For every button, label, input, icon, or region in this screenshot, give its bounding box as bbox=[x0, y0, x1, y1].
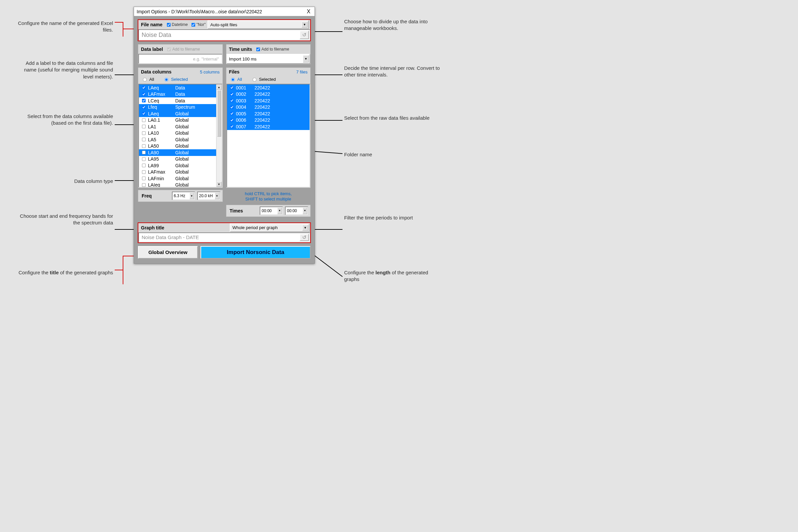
column-item[interactable]: LAFminGlobal bbox=[139, 175, 222, 182]
file-item[interactable]: 0007220422 bbox=[227, 124, 310, 130]
chk-datalabel-add[interactable]: Add to filename bbox=[166, 46, 200, 53]
columns-listbox[interactable]: ▲ ▼ LAeqDataLAFmaxDataLCeqDataLfeqSpectr… bbox=[138, 84, 223, 188]
file-item[interactable]: 0003220422 bbox=[227, 97, 310, 104]
filename-input[interactable]: Noise Data ↺ bbox=[138, 29, 310, 41]
column-item[interactable]: LAeqData bbox=[139, 84, 222, 91]
datalabel-label: Data label bbox=[138, 44, 166, 54]
columns-radio-selected[interactable]: Selected bbox=[163, 76, 188, 82]
chevron-down-icon: ▼ bbox=[303, 55, 309, 62]
file-item[interactable]: 0001220422 bbox=[227, 84, 310, 91]
files-panel: Files 7 files All Selected 0001220422000… bbox=[226, 68, 311, 188]
chevron-down-icon: ▼ bbox=[277, 208, 282, 214]
chevron-down-icon: ▼ bbox=[303, 208, 307, 214]
history-icon[interactable]: ↺ bbox=[300, 31, 309, 39]
files-listbox[interactable]: 0001220422000222042200032204220004220422… bbox=[226, 84, 310, 188]
column-item[interactable]: LA5Global bbox=[139, 136, 222, 143]
column-item[interactable]: LA50Global bbox=[139, 143, 222, 150]
file-item[interactable]: 0006220422 bbox=[227, 117, 310, 124]
annotation-columns: Select from the data columns available (… bbox=[13, 113, 113, 127]
graph-title-input[interactable]: Noise Data Graph - DATE ↺ bbox=[138, 232, 310, 242]
column-item[interactable]: LfeqSpectrum bbox=[139, 104, 222, 111]
files-radio-all[interactable]: All bbox=[229, 76, 242, 82]
times-hi[interactable]: 00:00▼ bbox=[285, 207, 308, 215]
column-item[interactable]: LCeqData bbox=[139, 97, 222, 104]
columns-label: Data columns bbox=[141, 69, 172, 75]
filename-label: File name bbox=[138, 20, 165, 29]
timeunits-combo[interactable]: Import 100 ms▼ bbox=[226, 54, 310, 64]
annotation-graph-title: Configure the title of the generated gra… bbox=[13, 269, 113, 276]
column-item[interactable]: LA0.1Global bbox=[139, 117, 222, 124]
column-item[interactable]: LA10Global bbox=[139, 130, 222, 137]
freq-lo[interactable]: 6.3 Hz▼ bbox=[172, 191, 195, 200]
split-combo[interactable]: Auto-split files▼ bbox=[208, 20, 309, 29]
import-options-dialog: Import Options - D:\Work\Tools\Macro...o… bbox=[134, 7, 315, 264]
graph-panel: Graph title Whole period per graph▼ Nois… bbox=[138, 223, 310, 243]
columns-count: 5 columns bbox=[200, 70, 220, 75]
graph-label: Graph title bbox=[138, 223, 167, 232]
files-radio-selected[interactable]: Selected bbox=[251, 76, 276, 82]
file-item[interactable]: 0002220422 bbox=[227, 91, 310, 98]
times-label: Times bbox=[228, 208, 244, 213]
datalabel-panel: Data label Add to filename e.g. "Interna… bbox=[138, 44, 223, 64]
columns-radio-all[interactable]: All bbox=[141, 76, 154, 82]
column-item[interactable]: LA99Global bbox=[139, 162, 222, 169]
column-item[interactable]: LA95Global bbox=[139, 156, 222, 163]
annotation-column-type: Data column type bbox=[13, 178, 113, 185]
window-title: Import Options - D:\Work\Tools\Macro...o… bbox=[137, 9, 305, 14]
timeunits-label: Time units bbox=[226, 44, 255, 54]
scroll-up-icon[interactable]: ▲ bbox=[216, 84, 222, 90]
freq-hi[interactable]: 20.0 kH▼ bbox=[197, 191, 221, 200]
annotation-timeunits: Decide the time interval per row. Conver… bbox=[344, 65, 444, 78]
column-item[interactable]: LA1Global bbox=[139, 124, 222, 130]
times-lo[interactable]: 00:00▼ bbox=[260, 207, 283, 215]
times-row: Times 00:00▼ 00:00▼ bbox=[226, 205, 311, 217]
freq-row: Freq 6.3 Hz▼ 20.0 kH▼ bbox=[138, 190, 223, 202]
file-item[interactable]: 0004220422 bbox=[227, 104, 310, 111]
annotation-datalabel: Add a label to the data columns and file… bbox=[13, 60, 113, 80]
column-item[interactable]: LA90Global bbox=[139, 149, 222, 156]
annotation-freq: Choose start and end frequency bands for… bbox=[13, 213, 113, 226]
annotation-filename: Configure the name of the generated Exce… bbox=[13, 20, 113, 34]
scroll-thumb[interactable] bbox=[217, 90, 221, 137]
graph-length-combo[interactable]: Whole period per graph▼ bbox=[230, 224, 309, 232]
annotation-folder: Folder name bbox=[344, 151, 444, 158]
filename-panel: File name Datetime "Nor" Auto-split file… bbox=[138, 20, 310, 41]
selection-hint: hold CTRL to pick items,SHIFT to select … bbox=[226, 190, 311, 205]
import-button[interactable]: Import Norsonic Data bbox=[201, 246, 310, 259]
columns-panel: Data columns 5 columns All Selected ▲ ▼ … bbox=[138, 68, 223, 188]
annotation-times: Filter the time periods to import bbox=[344, 214, 444, 221]
column-item[interactable]: LAeqGlobal bbox=[139, 110, 222, 117]
file-item[interactable]: 0005220422 bbox=[227, 110, 310, 117]
files-label: Files bbox=[229, 69, 240, 75]
freq-label: Freq bbox=[140, 193, 153, 198]
scroll-down-icon[interactable]: ▼ bbox=[216, 182, 222, 187]
chk-datetime[interactable]: Datetime bbox=[165, 22, 188, 28]
timeunits-panel: Time units Add to filename Import 100 ms… bbox=[226, 44, 311, 64]
global-overview-button[interactable]: Global Overview bbox=[138, 246, 198, 259]
chevron-down-icon: ▼ bbox=[215, 192, 220, 199]
column-item[interactable]: LAFmaxData bbox=[139, 91, 222, 98]
column-item[interactable]: LAIeqGlobal bbox=[139, 182, 222, 188]
datalabel-input[interactable]: e.g. "Internal" bbox=[138, 54, 223, 64]
annotation-split: Choose how to divide up the data into ma… bbox=[344, 18, 444, 32]
chevron-down-icon: ▼ bbox=[302, 225, 308, 231]
annotation-graph-len: Configure the length of the generated gr… bbox=[344, 269, 444, 283]
chevron-down-icon: ▼ bbox=[190, 192, 194, 199]
close-button[interactable]: X bbox=[305, 8, 312, 15]
chk-nor[interactable]: "Nor" bbox=[190, 22, 206, 28]
chk-timeunits-add[interactable]: Add to filename bbox=[255, 46, 289, 53]
chevron-down-icon: ▼ bbox=[302, 22, 307, 27]
titlebar: Import Options - D:\Work\Tools\Macro...o… bbox=[134, 7, 315, 16]
scrollbar[interactable]: ▲ ▼ bbox=[216, 84, 222, 187]
files-count: 7 files bbox=[296, 70, 307, 75]
annotation-files: Select from the raw data files available bbox=[344, 115, 444, 121]
history-icon[interactable]: ↺ bbox=[300, 234, 309, 241]
column-item[interactable]: LAFmaxGlobal bbox=[139, 169, 222, 175]
